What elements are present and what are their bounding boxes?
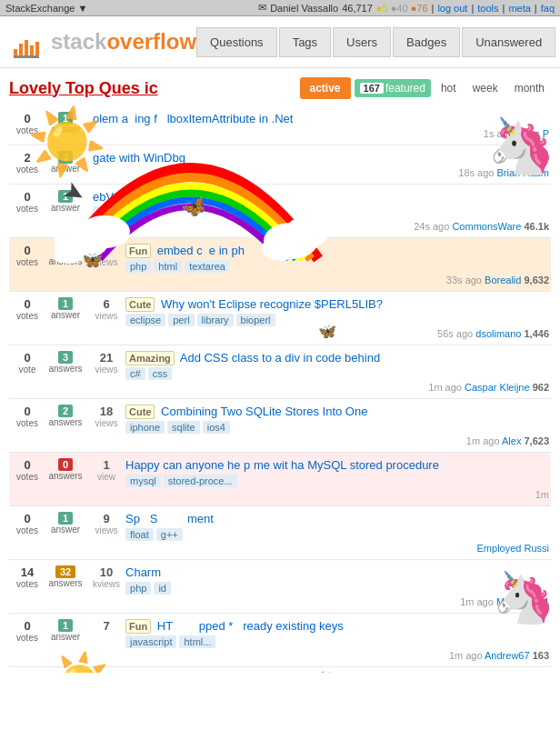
tag-list: float g++	[125, 528, 549, 541]
tools-link[interactable]: tools	[477, 3, 498, 14]
table-row: 0 votes 0 answers 8views Fun embed c e i…	[9, 238, 551, 292]
question-body: Charm php id 1m ago M Y Awan 1	[125, 565, 549, 607]
list-item[interactable]: stored-proce...	[164, 475, 237, 487]
list-item[interactable]: php	[125, 260, 151, 273]
username[interactable]: Daniel Vassallo	[270, 3, 338, 14]
question-meta: 1m ago Andrew67 163	[125, 650, 549, 661]
title-row: Lovely Top Ques ic active 167 featured h…	[9, 74, 551, 99]
main-content: Lovely Top Ques ic active 167 featured h…	[0, 68, 560, 673]
logo-bar: stackoverflow Questions Tags Users Badge…	[0, 16, 560, 68]
question-meta: 33s ago Borealid 9,632	[125, 275, 549, 285]
question-title[interactable]: gate with WinDbg	[93, 151, 549, 165]
question-meta: 1m ago Alex 7,623	[125, 435, 549, 446]
tab-week[interactable]: week	[466, 78, 505, 98]
view-count: 21views	[93, 351, 120, 375]
tab-month[interactable]: month	[508, 78, 551, 98]
vote-count: 0 votes	[11, 512, 44, 535]
question-title[interactable]: Fun HT pped * ready existing keys	[125, 619, 549, 633]
question-title[interactable]: Amazing Add CSS class to a div in code b…	[125, 351, 549, 365]
question-meta: 18s ago Brian Rasm	[93, 167, 549, 178]
logo[interactable]: stackoverflow	[9, 24, 196, 60]
separator: |	[432, 3, 435, 14]
list-item[interactable]: php	[125, 582, 151, 595]
nav-unanswered[interactable]: Unanswered	[462, 27, 555, 57]
list-item[interactable]: undre	[93, 206, 127, 219]
nav-tags[interactable]: Tags	[279, 27, 331, 57]
table-row: 0 votes 0 answers 1view Happy can anyone…	[9, 453, 551, 506]
tab-active[interactable]: active	[300, 77, 351, 99]
answer-count: 1 answer	[44, 512, 87, 535]
question-title[interactable]: Happy can anyone he p me wit ha MySQL st…	[125, 458, 549, 472]
list-item[interactable]: eclipse	[125, 314, 165, 326]
question-meta: Employed Russi	[125, 543, 549, 554]
logo-text[interactable]: stackoverflow	[51, 29, 196, 55]
list-item[interactable]: html	[154, 260, 182, 273]
question-title[interactable]: Sp S ment	[125, 512, 549, 525]
tag-list: php html textarea	[125, 260, 549, 273]
tab-featured[interactable]: 167 featured	[355, 79, 431, 97]
table-row: 14 votes 32 answers 10kviews Charm php i…	[9, 560, 551, 614]
table-row: 0 votes 2 answers 18views Cute Combining…	[9, 399, 551, 453]
list-item[interactable]: mysql	[125, 475, 161, 487]
svg-rect-3	[30, 45, 34, 56]
question-title[interactable]: olem a ing f lboxItemAttribute in .Net	[93, 112, 549, 125]
list-item[interactable]: iphone	[125, 421, 165, 434]
question-title[interactable]: ebV tivity to another	[93, 190, 549, 204]
question-title[interactable]: Cute Why won't Eclipse recognize $PERL5L…	[125, 297, 549, 311]
meta-link[interactable]: meta	[508, 3, 530, 14]
vote-count: 14 votes	[11, 565, 44, 589]
nav-badges[interactable]: Badges	[393, 27, 460, 57]
faq-link[interactable]: faq	[541, 3, 555, 14]
question-meta: 1m ago Caspar Kleijne 962	[125, 382, 549, 393]
list-item[interactable]: html...	[179, 635, 215, 648]
question-body: Amazing Add CSS class to a div in code b…	[125, 351, 549, 393]
list-item[interactable]: perl	[168, 314, 194, 326]
answer-count: 2 answers	[44, 405, 87, 427]
list-item[interactable]: id	[154, 582, 171, 595]
table-row: 0 votes 1 answer ebV tivity to another u…	[9, 185, 551, 238]
nav-questions[interactable]: Questions	[196, 27, 277, 57]
view-count: 9views	[93, 512, 120, 535]
table-row: 0 votes 1 answer 9views Sp S ment float …	[9, 506, 551, 560]
vote-count: 0 votes	[11, 244, 44, 267]
tag-list: undre	[93, 206, 549, 219]
question-body: ebV tivity to another undre 24s ago Comm…	[93, 190, 549, 232]
vote-count: 0 vote	[11, 351, 44, 375]
nav-users[interactable]: Users	[333, 27, 391, 57]
tag-list: php id	[125, 582, 549, 595]
svg-rect-5	[14, 55, 39, 58]
list-item[interactable]: sqlite	[167, 421, 200, 434]
question-body: Cute Combining Two SQLite Stores Into On…	[125, 405, 549, 446]
answer-count: 3 answers	[44, 351, 87, 374]
vote-count: 0 votes	[11, 619, 44, 643]
answer-count: 1 answer	[44, 619, 87, 642]
list-item[interactable]: textarea	[185, 260, 230, 273]
list-item[interactable]: c#	[125, 367, 145, 380]
list-item[interactable]: bioperl	[236, 314, 275, 326]
view-count: 1view	[93, 458, 120, 482]
question-title[interactable]: Charm	[125, 565, 549, 579]
list-item[interactable]: g++	[156, 528, 183, 541]
question-meta: 24s ago CommonsWare 46.1k	[93, 221, 549, 232]
list-item[interactable]: javascript	[125, 635, 176, 648]
view-count: 10kviews	[93, 565, 120, 589]
list-item[interactable]: ios4	[203, 421, 230, 434]
question-title[interactable]: Fun embed c e in ph	[125, 244, 549, 257]
answer-count: 0 answers	[44, 244, 87, 266]
network-selector[interactable]: StackExchange ▼	[5, 3, 87, 14]
table-row: 2 votes 3 answer gate with WinDbg 18s ag…	[9, 145, 551, 185]
envelope-icon: ✉	[258, 2, 266, 14]
table-row: 0 vote 3 answers 21views Amazing Add CSS…	[9, 345, 551, 399]
question-title[interactable]: Cute Combining Two SQLite Stores Into On…	[125, 405, 549, 418]
separator: |	[503, 3, 505, 14]
list-item[interactable]: float	[125, 528, 154, 541]
list-item[interactable]: css	[148, 367, 173, 380]
list-item[interactable]: library	[197, 314, 234, 326]
vote-count: 0 votes	[11, 190, 44, 214]
network-label[interactable]: StackExchange ▼	[5, 3, 87, 14]
svg-rect-1	[19, 44, 23, 56]
vote-count: 0 votes	[11, 458, 44, 482]
logout-link[interactable]: log out	[437, 3, 467, 14]
svg-rect-2	[25, 40, 28, 56]
tab-hot[interactable]: hot	[435, 78, 463, 98]
